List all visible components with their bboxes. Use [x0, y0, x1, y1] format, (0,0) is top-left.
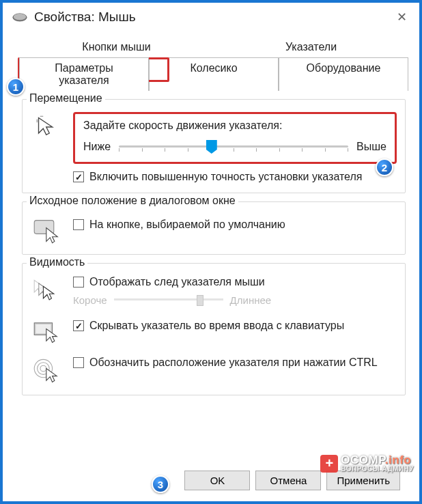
trail-shorter-label: Короче	[73, 294, 107, 306]
cursor-speed-icon	[31, 112, 65, 139]
snap-icon	[31, 214, 65, 244]
titlebar: Свойства: Мышь ✕	[3, 3, 419, 31]
watermark-plus-icon: +	[320, 455, 338, 473]
group-movement-title: Перемещение	[27, 92, 105, 104]
speed-label: Задайте скорость движения указателя:	[83, 120, 386, 132]
group-movement: Перемещение Задайте скорость движения ук…	[22, 99, 406, 193]
group-snap: Исходное положение в диалоговом окне На …	[22, 201, 406, 255]
svg-point-7	[40, 365, 46, 372]
tab-pointers[interactable]: Указатели	[214, 37, 408, 57]
annotation-callout-1: 1	[7, 78, 25, 96]
mouse-icon	[12, 12, 27, 22]
enhance-precision-label: Включить повышенную точность установки у…	[89, 171, 362, 183]
hide-typing-icon	[31, 316, 65, 346]
tab-pointer-options[interactable]: Параметры указателя	[19, 57, 149, 91]
pointer-trails-checkbox[interactable]	[73, 277, 84, 288]
snap-default-label: На кнопке, выбираемой по умолчанию	[89, 219, 285, 231]
ok-button[interactable]: OK	[184, 471, 250, 490]
group-visibility-title: Видимость	[27, 256, 87, 268]
apply-button[interactable]: Применить	[326, 471, 400, 490]
pointer-trails-label: Отображать след указателя мыши	[89, 276, 265, 288]
ctrl-locate-icon	[31, 355, 65, 385]
group-snap-title: Исходное положение в диалоговом окне	[27, 195, 238, 207]
watermark-sub: ВОПРОСЫ АДМИНУ	[341, 466, 414, 473]
trail-length-slider	[114, 294, 223, 306]
hide-typing-checkbox[interactable]	[73, 320, 84, 331]
window-title: Свойства: Мышь	[34, 10, 394, 25]
group-visibility: Видимость Отображать след указателя мыши…	[22, 263, 406, 395]
watermark: + OCOMP.info ВОПРОСЫ АДМИНУ	[320, 454, 414, 473]
svg-point-1	[14, 14, 26, 20]
pointer-speed-slider[interactable]	[119, 139, 348, 155]
hide-typing-label: Скрывать указатель во время ввода с клав…	[89, 320, 344, 332]
cancel-button[interactable]: Отмена	[255, 471, 321, 490]
ctrl-locate-label: Обозначить расположение указателя при на…	[89, 356, 378, 369]
annotation-highlight-speed: Задайте скорость движения указателя: Ниж…	[73, 112, 397, 164]
trail-longer-label: Длиннее	[230, 294, 272, 306]
tabs: Кнопки мыши Указатели Параметры указател…	[19, 37, 408, 91]
tab-buttons[interactable]: Кнопки мыши	[19, 37, 214, 57]
enhance-precision-checkbox[interactable]	[73, 171, 84, 182]
annotation-callout-2: 2	[376, 158, 393, 176]
annotation-callout-3: 3	[152, 475, 169, 493]
ctrl-locate-checkbox[interactable]	[73, 357, 84, 368]
snap-default-checkbox[interactable]	[73, 219, 84, 230]
close-icon[interactable]: ✕	[394, 10, 410, 25]
tab-wheel[interactable]: Колесико	[149, 57, 279, 91]
tab-hardware[interactable]: Оборудование	[279, 57, 408, 91]
slider-slower-label: Ниже	[83, 141, 111, 153]
slider-faster-label: Выше	[356, 141, 386, 153]
trails-icon	[31, 276, 65, 306]
